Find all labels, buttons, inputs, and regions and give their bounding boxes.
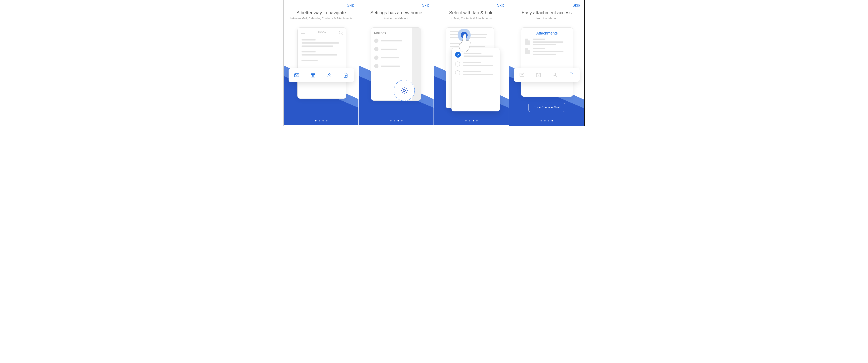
file-icon	[525, 38, 530, 45]
list-item	[374, 64, 409, 68]
mail-icon[interactable]	[519, 72, 525, 78]
page-title: A better way to navigate	[284, 10, 359, 16]
selection-row	[455, 61, 496, 66]
svg-point-8	[403, 89, 405, 91]
svg-point-18	[554, 73, 556, 75]
search-icon	[339, 31, 342, 34]
page-subtitle: in Mail, Contacts & Attachments	[434, 17, 509, 20]
heading: Select with tap & hold in Mail, Contacts…	[434, 10, 509, 20]
svg-point-5	[329, 74, 330, 75]
attachment-row	[521, 35, 573, 45]
heading: Settings has a new home inside the slide…	[359, 10, 434, 20]
message-placeholder-lines	[298, 36, 346, 67]
inbox-preview-card: Inbox	[298, 27, 346, 99]
dot	[401, 120, 403, 121]
page-indicator	[359, 120, 434, 121]
page-subtitle: between Mail, Calendar, Contacts & Attac…	[284, 17, 359, 20]
dot	[398, 120, 399, 121]
page-subtitle: inside the slide out	[359, 17, 434, 20]
gear-icon	[400, 86, 408, 95]
attachments-label: Attachments	[521, 28, 573, 35]
onboarding-screen-4: Skip Easy attachment access from the tab…	[509, 0, 584, 126]
list-item	[374, 56, 409, 60]
dot	[473, 120, 474, 121]
calendar-icon[interactable]: 19	[535, 72, 541, 78]
dot	[465, 120, 467, 121]
page-title: Select with tap & hold	[434, 10, 509, 16]
onboarding-screen-1: Skip A better way to navigate between Ma…	[284, 0, 359, 126]
list-item	[374, 47, 409, 51]
skip-button[interactable]: Skip	[572, 3, 580, 7]
tab-bar: 19	[288, 68, 354, 82]
list-item	[374, 38, 409, 43]
attachments-icon[interactable]	[343, 73, 349, 78]
skip-button[interactable]: Skip	[422, 3, 430, 7]
dot	[390, 120, 392, 121]
skip-button[interactable]: Skip	[347, 3, 354, 7]
attachments-preview-card: Attachments	[521, 27, 573, 97]
page-indicator	[509, 120, 584, 121]
attachments-icon[interactable]	[568, 72, 574, 78]
empty-circle-icon	[455, 71, 460, 75]
page-indicator	[434, 120, 509, 121]
dot	[322, 120, 324, 121]
dot	[476, 120, 477, 121]
settings-badge	[394, 80, 415, 101]
dot	[319, 120, 320, 121]
mailbox-label: Mailbox	[374, 31, 409, 35]
skip-button[interactable]: Skip	[497, 3, 504, 7]
calendar-icon[interactable]: 19	[310, 73, 316, 78]
selection-row	[455, 71, 496, 75]
svg-text:19: 19	[312, 75, 314, 77]
empty-circle-icon	[455, 61, 460, 66]
hamburger-icon	[301, 31, 305, 34]
dot	[326, 120, 328, 121]
tab-bar: 19	[514, 68, 580, 82]
page-indicator	[284, 120, 359, 121]
dot	[544, 120, 546, 121]
selection-overlay-card	[452, 48, 500, 111]
dot	[548, 120, 549, 121]
contacts-icon[interactable]	[327, 73, 332, 78]
contacts-icon[interactable]	[552, 72, 558, 78]
enter-secure-mail-button[interactable]: Enter Secure Mail	[528, 103, 565, 112]
onboarding-screen-2: Skip Settings has a new home inside the …	[359, 0, 434, 126]
dot	[394, 120, 395, 121]
dot	[540, 120, 542, 121]
inbox-label: Inbox	[318, 30, 326, 34]
attachment-row	[521, 45, 573, 55]
page-subtitle: from the tab bar	[509, 17, 584, 20]
dot	[469, 120, 470, 121]
dot	[552, 120, 553, 121]
file-icon	[525, 48, 530, 54]
onboarding-strip: Skip A better way to navigate between Ma…	[284, 0, 585, 126]
svg-text:19: 19	[537, 75, 539, 77]
onboarding-screen-3: Skip Select with tap & hold in Mail, Con…	[434, 0, 509, 126]
page-title: Settings has a new home	[359, 10, 434, 16]
dot	[315, 120, 316, 121]
checkmark-icon	[455, 52, 461, 58]
page-title: Easy attachment access	[509, 10, 584, 16]
selection-row	[455, 52, 496, 58]
heading: Easy attachment access from the tab bar	[509, 10, 584, 20]
mail-icon[interactable]	[294, 73, 300, 78]
heading: A better way to navigate between Mail, C…	[284, 10, 359, 20]
